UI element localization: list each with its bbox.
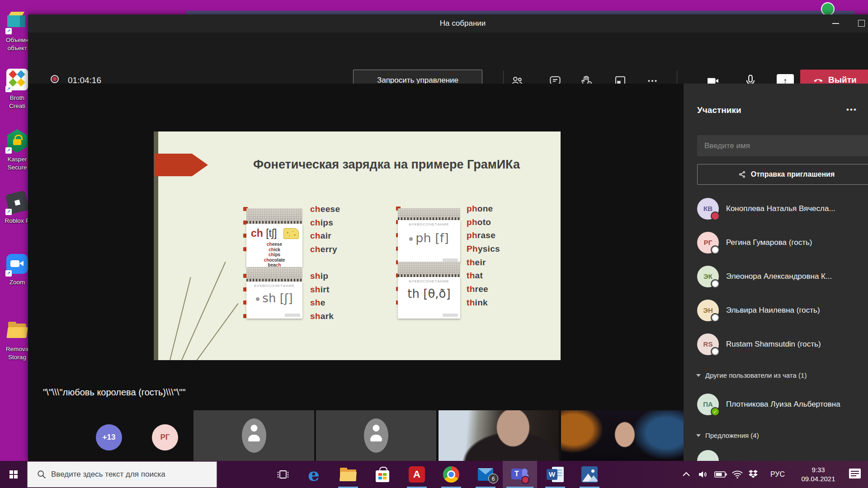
taskbar-search-box[interactable]: Введите здесь текст для поиска <box>27 461 217 488</box>
zoom-icon: ↗ <box>5 251 30 277</box>
start-button[interactable] <box>0 461 27 488</box>
edge-icon: e <box>308 465 319 483</box>
participant-video-tile[interactable] <box>561 410 684 461</box>
screen: ↗ Объемнобъект ↗ BrothCreati ↗ KasperSec… <box>0 0 868 488</box>
invite-button-label: Отправка приглашения <box>751 170 835 178</box>
notebook-strip <box>398 262 460 277</box>
taskbar-photos[interactable] <box>572 461 607 488</box>
participants-panel: Участники ••• Отправка приглашения КВ Ко… <box>684 84 868 461</box>
taskbar-chrome[interactable] <box>434 461 468 488</box>
presence-unknown-icon <box>711 347 720 356</box>
flashcard-body: БУКВОСОЧЕТАНИЕ sh [ʃ] <box>246 282 302 319</box>
presentation-slide: Фонетическая зарядка на примере ГрамИКа <box>154 131 561 360</box>
presence-unknown-icon <box>711 279 720 288</box>
tray-dropbox[interactable] <box>748 461 759 488</box>
tray-clock[interactable]: 9:33 09.04.2021 <box>793 465 844 483</box>
notebook-strip <box>246 208 302 224</box>
taskbar-word[interactable]: W <box>538 461 572 488</box>
panel-title: Участники <box>697 105 741 115</box>
chrome-icon <box>443 466 459 483</box>
flashcard-ch: ch [tʃ] cheese chick chips chocolate bea… <box>246 208 302 267</box>
section-other-chat-users[interactable]: Другие пользователи из чата (1) <box>696 371 807 379</box>
participant-name: Элеонора Александровна К... <box>726 264 832 289</box>
tray-volume[interactable] <box>697 461 709 488</box>
chevron-up-icon <box>682 471 691 477</box>
participant-row[interactable]: ЭН Эльвира Наилевна (гость) <box>684 298 868 323</box>
maximize-button[interactable] <box>858 20 865 27</box>
battery-icon <box>714 471 727 478</box>
participant-tile-placeholder[interactable] <box>193 410 314 461</box>
shared-content-stage: Фонетическая зарядка на примере ГрамИКа <box>28 84 684 461</box>
folder-icon <box>5 318 30 343</box>
participant-tile-placeholder[interactable] <box>316 410 436 461</box>
taskbar-mail[interactable]: 6 <box>468 461 503 488</box>
participant-name: Rustam Shamsutdin (гость) <box>726 332 821 357</box>
slide-decoration <box>190 303 238 360</box>
watermark <box>443 258 458 262</box>
avatar: RS <box>697 333 719 355</box>
watermark <box>443 314 458 317</box>
store-icon <box>376 467 389 482</box>
person-silhouette-icon <box>242 418 266 453</box>
watermark <box>285 314 300 317</box>
chevron-down-icon <box>696 434 701 437</box>
phoneme-th: th [θ,ð] <box>398 287 460 300</box>
notification-center-icon[interactable] <box>849 469 861 479</box>
flashcard-mini-words: cheese chick chips chocolate beach <box>246 242 302 268</box>
avatar: РГ <box>697 232 719 253</box>
taskbar-acrobat[interactable]: A <box>400 461 434 488</box>
invite-button[interactable]: Отправка приглашения <box>697 164 868 185</box>
tray-date: 09.04.2021 <box>793 474 844 483</box>
flashcard-th: БУКВОСОЧЕТАНИЕ th [θ,ð] <box>398 262 460 319</box>
speaker-caption: "\"\\\"любовь королева (гость)\\\"\"" <box>43 387 186 398</box>
taskbar-store[interactable] <box>365 461 400 488</box>
participant-row[interactable]: ПА✓ Плотникова Луиза Альбертовна <box>684 392 868 417</box>
word-list-ch: cheese chips chair cherry <box>310 202 340 256</box>
person-silhouette-icon <box>364 418 388 453</box>
minimize-button[interactable] <box>832 23 839 24</box>
word-list-sh: ship shirt she shark <box>310 269 334 323</box>
participant-name: Плотникова Луиза Альбертовна <box>726 392 840 417</box>
taskbar-explorer[interactable] <box>331 461 365 488</box>
tray-language[interactable]: РУС <box>765 461 790 488</box>
teams-icon: T <box>511 467 528 482</box>
acrobat-icon: A <box>409 466 425 483</box>
word-list-ph-th: phone photo phrase Physics their that th… <box>467 202 500 310</box>
participant-row[interactable]: РГ Регина Гумарова (гость) <box>684 230 868 255</box>
participant-avatar-rg[interactable]: РГ <box>152 424 178 450</box>
overflow-participants-avatar[interactable]: +13 <box>96 424 122 450</box>
participant-video-tile[interactable] <box>439 410 559 461</box>
participant-row[interactable]: RS Rustam Shamsutdin (гость) <box>684 332 868 357</box>
slide-decoration <box>177 262 226 360</box>
tray-wifi[interactable] <box>731 461 743 488</box>
participant-row[interactable]: ЭК Элеонора Александровна К... <box>684 264 868 289</box>
search-placeholder: Введите здесь текст для поиска <box>51 462 165 487</box>
taskbar-teams[interactable]: T <box>503 461 537 488</box>
flashcard-sh: БУКВОСОЧЕТАНИЕ sh [ʃ] <box>246 268 302 319</box>
participant-search-input[interactable] <box>697 135 868 156</box>
participant-row[interactable]: КВ Коноплева Наталья Вячесла... <box>684 196 868 221</box>
presence-busy-icon <box>711 211 720 221</box>
section-suggestions[interactable]: Предложения (4) <box>696 432 759 439</box>
teams-meeting-window: На собрании 01:04:16 Запросить управлени… <box>28 14 868 461</box>
tray-show-hidden-icons[interactable] <box>682 461 691 488</box>
panel-more-icon[interactable]: ••• <box>846 105 857 114</box>
taskbar-edge[interactable]: e <box>297 461 331 488</box>
flashcard-body: БУКВОСОЧЕТАНИЕ ph [f] <box>398 220 460 263</box>
hangup-phone-icon <box>813 75 824 84</box>
share-link-icon <box>738 170 746 178</box>
wifi-icon <box>731 470 743 479</box>
windows-logo-icon <box>9 470 18 479</box>
task-view-button[interactable] <box>266 461 300 488</box>
mail-badge: 6 <box>488 474 498 483</box>
dropbox-icon <box>748 469 759 479</box>
flashcard-header: БУКВОСОЧЕТАНИЕ <box>246 282 302 288</box>
slide-arrow-shape <box>155 154 208 176</box>
shortcut-arrow-icon: ↗ <box>5 147 12 154</box>
phoneme-sh: sh [ʃ] <box>246 291 302 305</box>
tray-battery[interactable] <box>714 461 727 488</box>
chevron-down-icon <box>696 374 701 377</box>
word-icon: W <box>547 467 564 482</box>
task-view-icon <box>277 469 289 480</box>
presence-unknown-icon <box>711 313 720 322</box>
